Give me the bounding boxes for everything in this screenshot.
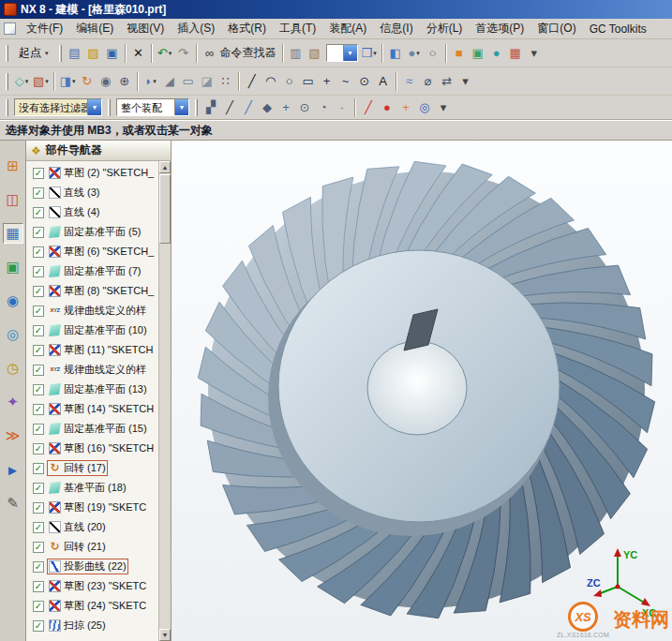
visibility-checkbox[interactable]: ✓ [33,542,44,553]
visibility-checkbox[interactable]: ✓ [33,561,44,573]
toolbar-overflow-icon[interactable]: ▾ [434,98,453,117]
wizard-icon[interactable]: ≫ [3,425,23,446]
copy-display-icon[interactable]: ▥ [287,44,306,63]
visibility-checkbox[interactable]: ✓ [33,384,44,395]
visibility-checkbox[interactable]: ✓ [33,620,44,632]
snap-arc-center-icon[interactable]: ⊙ [295,98,314,117]
extrude-icon[interactable]: ◨▾ [58,72,78,91]
visibility-checkbox[interactable]: ✓ [33,404,44,415]
menu-tools[interactable]: 工具(T) [273,19,322,38]
menu-window[interactable]: 窗口(O) [530,19,582,38]
target-icon[interactable]: ◎ [415,98,434,117]
toolbar-grip[interactable] [6,99,8,116]
edge-blend-icon[interactable]: ◗▾ [142,72,160,91]
snap-intersection-icon[interactable]: + [276,98,295,117]
visibility-checkbox[interactable]: ✓ [33,443,44,455]
toolbar-grip[interactable] [108,99,111,116]
arc-icon[interactable]: ◠ [261,72,280,91]
visibility-checkbox[interactable]: ✓ [33,345,44,356]
sketch-icon[interactable]: ▧▾ [31,72,51,91]
toolbar-grip[interactable] [195,99,198,116]
visibility-checkbox[interactable]: ✓ [33,424,44,435]
assembly-navigator-icon[interactable]: ⊞ [3,156,23,176]
history-icon[interactable]: ◷ [3,358,23,379]
menu-format[interactable]: 格式(R) [221,19,273,38]
visibility-checkbox[interactable]: ✓ [33,325,44,336]
title-bar[interactable]: NX 8 - 建模 - [格里森010.prt] [0,0,672,19]
unite-icon[interactable]: ⊕ [115,72,134,91]
snap-control-point-icon[interactable]: ◆ [258,98,276,117]
tree-item[interactable]: ✓基准平面 (18) [26,478,158,498]
tree-item[interactable]: ✓固定基准平面 (7) [26,261,158,281]
tree-item[interactable]: ✓草图 (24) "SKETC [26,596,158,616]
paste-icon[interactable]: ▧ [306,44,324,63]
visibility-checkbox[interactable]: ✓ [33,502,44,514]
material-sphere-icon[interactable]: ● [487,44,506,63]
tree-item[interactable]: ✓直线 (3) [26,183,158,202]
undo-icon[interactable]: ↶▾ [156,44,174,63]
visibility-checkbox[interactable]: ✓ [33,227,44,238]
toolbar-grip[interactable] [6,73,8,90]
menu-view[interactable]: 视图(V) [120,19,171,38]
tree-item[interactable]: ✓扫掠 (25) [26,616,158,635]
snap-point-icon[interactable]: ∙ [333,98,351,117]
tree-item[interactable]: ✓固定基准平面 (5) [26,222,158,242]
part-navigator-icon[interactable]: ▦ [3,223,23,244]
toolbar-overflow-icon[interactable]: ▾ [456,72,475,91]
visibility-checkbox[interactable]: ✓ [33,266,44,277]
notes-icon[interactable]: ✎ [3,493,23,514]
sweep-icon[interactable]: ≈ [400,72,419,91]
ellipse-icon[interactable]: ⊙ [355,72,374,91]
dropdown-arrow-icon[interactable]: ▾ [45,78,49,85]
tree-item[interactable]: ✓直线 (20) [26,517,158,537]
selection-filter-combo[interactable]: 没有选择过滤器▼ [14,98,102,116]
move-object-icon[interactable]: ⇄ [438,72,456,91]
dropdown-arrow-icon[interactable]: ▾ [153,78,157,85]
open-file-icon[interactable]: ▨ [84,44,103,63]
tree-item[interactable]: ✓草图 (23) "SKETC [26,576,158,596]
redo-icon[interactable]: ↷ [174,44,193,63]
tree-item[interactable]: ✓草图 (16) "SKETCH [26,439,158,458]
part-display-icon[interactable]: ■ [450,44,469,63]
highlight-line-icon[interactable]: ╱ [359,98,378,117]
visibility-checkbox[interactable]: ✓ [33,463,44,474]
new-file-icon[interactable]: ▤ [66,44,84,63]
graphics-window[interactable]: YC XC ZC XS ZL.XS1616.COM 资料网 [172,141,672,641]
tree-item[interactable]: ✓固定基准平面 (15) [26,419,158,439]
toolbar-grip[interactable] [59,45,62,62]
scroll-down-button[interactable]: ▼ [159,629,171,641]
tree-item[interactable]: ✓回转 (17) [26,458,158,478]
shell-icon[interactable]: ▭ [179,72,198,91]
palette-icon[interactable]: ▦ [506,44,525,63]
revolve-icon[interactable]: ↻ [78,72,97,91]
wireframe-view-icon[interactable]: ○ [424,44,442,63]
isometric-view-icon[interactable]: ◧ [386,44,405,63]
circle-icon[interactable]: ○ [280,72,299,91]
visibility-checkbox[interactable]: ✓ [33,601,44,612]
tree-item[interactable]: ✓XYZ规律曲线定义的样 [26,360,158,380]
save-icon[interactable]: ▣ [103,44,122,63]
chamfer-icon[interactable]: ◢ [160,72,179,91]
tree-item[interactable]: ✓直线 (4) [26,202,158,222]
pattern-feature-icon[interactable]: ∷ [217,72,235,91]
toolbar-overflow-icon[interactable]: ▾ [525,44,544,63]
tree-scrollbar[interactable]: ▲ ▼ [158,161,171,641]
roles-icon[interactable]: ► [3,459,23,480]
text-icon[interactable]: A [374,72,393,91]
snap-enable-icon[interactable]: ▞ [202,98,220,117]
menu-information[interactable]: 信息(I) [373,19,419,38]
visibility-checkbox[interactable]: ✓ [33,246,44,258]
menu-gc-toolkits[interactable]: GC Toolkits [583,21,653,37]
scroll-thumb[interactable] [159,174,171,244]
tree-item[interactable]: ✓草图 (11) "SKETCH [26,340,158,360]
dropdown-arrow-icon[interactable]: ▾ [416,50,420,57]
tree-item[interactable]: ✓投影曲线 (22) [26,557,158,576]
window-icon[interactable]: ❒▾ [360,44,379,63]
assembly-display-icon[interactable]: ▣ [469,44,487,63]
visibility-checkbox[interactable]: ✓ [33,187,44,199]
menu-edit[interactable]: 编辑(E) [69,19,120,38]
visibility-checkbox[interactable]: ✓ [33,522,44,533]
visibility-checkbox[interactable]: ✓ [33,365,44,376]
tree-item[interactable]: ✓草图 (14) "SKETCH [26,399,158,419]
spline-icon[interactable]: ~ [336,72,355,91]
